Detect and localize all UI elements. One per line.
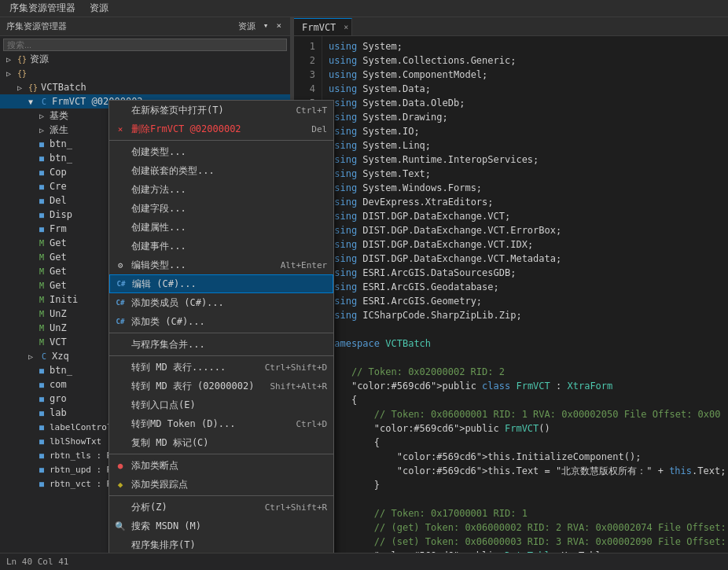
ctx-goto-token[interactable]: 转到MD Token (D)... Ctrl+D [109,414,333,433]
tree-field-iconx3: ■ [36,393,47,404]
ctx-delete-icon: × [114,123,127,135]
ctx-create-nested[interactable]: 创建嵌套的类型... [109,161,333,180]
ctx-goto-md[interactable]: 转到 MD 表行...... Ctrl+Shift+D [109,358,333,377]
tree-label-xzq: Xzq [52,351,69,362]
code-line [329,492,722,506]
bottom-line-col: Ln 40 Col 41 [6,557,68,567]
ctx-search-msdn[interactable]: 🔍 搜索 MSDN (M) [109,517,333,535]
panel-title-label: 序集资源管理器 [6,20,67,32]
tree-field-icon8: M [36,237,47,248]
ctx-merge-label: 与程序集合并... [131,338,327,351]
ctx-edit-cs[interactable]: C# 编辑 (C#)... [109,274,333,293]
ctx-breakpoint-icon: ● [114,459,127,472]
ctx-goto-md-exec-label: 转到 MD 表行 (02000002) [131,380,254,393]
code-content[interactable]: using System;using System.Collections.Ge… [322,36,728,553]
ctx-create-method[interactable]: 创建方法... [109,180,333,199]
menu-resources[interactable]: 资源 [83,0,115,17]
ctx-copy-md[interactable]: 复制 MD 标记(C) [109,433,333,452]
ctx-edit-type[interactable]: ⚙ 编辑类型... Alt+Enter [109,256,333,274]
code-line: using System.Text; [329,167,722,181]
ctx-sort[interactable]: 程序集排序(T) [109,535,333,553]
ctx-goto-entry[interactable]: 转到入口点(E) [109,395,333,414]
tree-label-lab: lab [50,407,67,418]
main-area: 序集资源管理器 资源 ▾ × ▷ {} 资源 ▷ {} [0,17,728,553]
tree-field-icon2: ■ [36,153,47,164]
ctx-create-prop[interactable]: 创建属性... [109,218,333,237]
tree-search-input[interactable] [3,39,287,51]
tree-arrow-resources: ▷ [3,53,14,64]
ctx-create-event[interactable]: 创建事件... [109,237,333,256]
tree-label-unz1: UnZ [50,308,67,319]
code-line: "color:#569cd6">public class FrmVCT : Xt… [329,379,722,393]
tree-field-iconx8: ■ [36,464,47,475]
tree-label-vctbatch: VCTBatch [41,82,86,93]
ctx-create-type[interactable]: 创建类型... [109,142,333,161]
context-menu[interactable]: 在新标签页中打开(T) Ctrl+T × 删除FrmVCT @02000002 … [108,100,334,553]
code-line: "color:#569cd6">this.InitializeComponent… [329,450,722,464]
code-line: } [329,478,722,492]
ctx-merge[interactable]: 与程序集合并... [109,335,333,354]
ctx-open-tab-label: 在新标签页中打开(T) [131,104,280,117]
ctx-add-breakpoint[interactable]: ● 添加类断点 [109,456,333,475]
ctx-delete[interactable]: × 删除FrmVCT @02000002 Del [109,120,333,138]
ctx-goto-token-label: 转到MD Token (D)... [131,417,280,431]
menu-explorer[interactable]: 序集资源管理器 [3,0,82,17]
code-line: using ICSharpCode.SharpZipLib.Zip; [329,308,722,322]
code-line: using System.Data; [329,82,722,96]
tree-class-icon2: C [39,351,50,362]
tree-field-icon13: M [36,308,47,319]
tab-frmvct[interactable]: FrmVCT × [294,18,352,35]
tree-root-empty[interactable]: ▷ {} [0,66,290,80]
tree-arrow-frmvct: ▼ [25,96,36,107]
line-number: 4 [294,82,315,96]
ctx-sep2 [109,333,333,333]
ctx-sort-label: 程序集排序(T) [131,539,327,552]
tree-vctbatch[interactable]: ▷ {} VCTBatch [0,80,290,94]
ctx-goto-md-shortcut: Ctrl+Shift+D [265,362,327,373]
ctx-add-class[interactable]: C# 添加类 (C#)... [109,312,333,331]
panel-pin-btn[interactable]: ▾ [261,20,271,32]
panel-resources-btn[interactable]: 资源 [236,20,258,32]
code-area[interactable]: 1234567891011121314151617181920212223242… [294,36,728,553]
ctx-analyze-label: 分析(Z) [131,501,249,514]
tree-search-item[interactable] [0,38,290,52]
line-number: 3 [294,68,315,82]
ctx-create-field[interactable]: 创建字段... [109,199,333,218]
code-line: using System.Runtime.InteropServices; [329,153,722,167]
ctx-analyze[interactable]: 分析(Z) Ctrl+Shift+R [109,498,333,517]
tree-field-iconx9: ■ [36,478,47,489]
tree-label-cre: Cre [50,181,67,192]
ctx-add-member[interactable]: C# 添加类成员 (C#)... [109,293,333,312]
menu-bar[interactable]: 序集资源管理器 资源 [0,0,728,17]
bottom-bar: Ln 40 Col 41 [0,553,728,570]
ctx-delete-label: 删除FrmVCT @02000002 [131,123,296,136]
code-line: { [329,393,722,407]
ctx-create-method-label: 创建方法... [131,183,327,197]
code-line: using System.Drawing; [329,110,722,124]
tree-arrow-derived: ▷ [36,124,47,135]
panel-title-right: 资源 ▾ × [236,20,284,32]
tab-close-btn[interactable]: × [344,23,348,31]
ctx-goto-entry-label: 转到入口点(E) [131,399,327,412]
ctx-create-event-label: 创建事件... [131,240,327,253]
code-line: using DIST.DGP.DataExchange.VCT.Metadata… [329,252,722,266]
ctx-edit-cs-label: 编辑 (C#)... [132,278,326,291]
tree-field-icon14: M [36,322,47,333]
ctx-open-tab[interactable]: 在新标签页中打开(T) Ctrl+T [109,101,333,120]
panel-close-btn[interactable]: × [274,20,284,32]
tab-frmvct-label: FrmVCT [302,22,336,33]
tree-label-get1: Get [50,237,67,248]
tree-arrow-base: ▷ [36,110,47,121]
tree-label-disp: Disp [50,209,72,220]
ctx-goto-md-exec[interactable]: 转到 MD 表行 (02000002) Shift+Alt+R [109,377,333,395]
code-line: using DIST.DGP.DataExchange.VCT.ErrorBox… [329,223,722,237]
ctx-search-msdn-label: 搜索 MSDN (M) [131,520,327,533]
tree-root-resources[interactable]: ▷ {} 资源 [0,52,290,66]
ctx-add-trace-label: 添加类跟踪点 [131,478,327,491]
tree-label-frm: Frm [50,223,67,234]
code-line: "color:#569cd6">public FrmVCT() [329,421,722,436]
tree-folder-icon: {} [17,53,28,64]
ctx-add-trace[interactable]: ◆ 添加类跟踪点 [109,475,333,494]
code-line: // Token: 0x02000002 RID: 2 [329,365,722,379]
tree-label-cop: Cop [50,167,67,178]
